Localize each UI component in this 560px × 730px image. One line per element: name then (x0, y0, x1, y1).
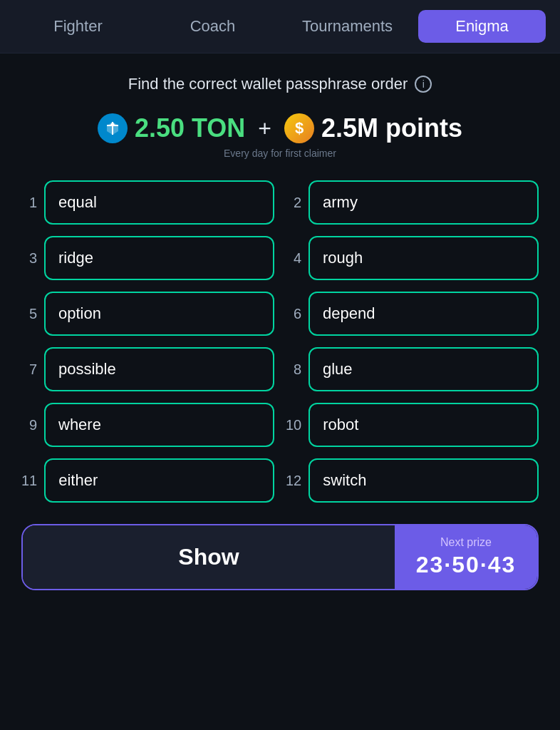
page-title: Find the correct wallet passphrase order (128, 75, 408, 93)
word-grid: 1equal2army3ridge4rough5option6depend7po… (21, 180, 539, 503)
word-number-12: 12 (286, 473, 301, 489)
next-prize-label: Next prize (440, 536, 492, 549)
top-navigation: FighterCoachTournamentsEnigma (0, 0, 560, 53)
prize-row: 2.50 TON + $ 2.5M points (21, 113, 539, 143)
word-box-5[interactable]: option (44, 292, 274, 336)
word-item-1: 1equal (21, 180, 274, 225)
word-number-3: 3 (21, 250, 37, 267)
word-number-11: 11 (21, 473, 37, 489)
word-number-4: 4 (286, 250, 301, 267)
word-box-6[interactable]: depend (308, 292, 539, 336)
word-box-11[interactable]: either (44, 458, 274, 503)
word-item-9: 9where (21, 403, 274, 447)
word-number-5: 5 (21, 306, 37, 322)
word-number-6: 6 (286, 306, 301, 322)
points-section: $ 2.5M points (284, 113, 462, 143)
ton-icon (98, 113, 128, 143)
nav-tab-fighter[interactable]: Fighter (14, 10, 142, 43)
points-amount: 2.5M points (321, 113, 462, 143)
word-item-11: 11either (21, 458, 274, 503)
word-number-9: 9 (21, 417, 37, 433)
plus-sign: + (258, 115, 271, 142)
word-item-7: 7possible (21, 347, 274, 391)
ton-amount: 2.50 TON (135, 113, 245, 143)
ton-section: 2.50 TON (98, 113, 245, 143)
next-prize-section: Next prize 23·50·43 (395, 525, 537, 589)
title-row: Find the correct wallet passphrase order… (21, 75, 539, 93)
bottom-bar: Show Next prize 23·50·43 (21, 524, 539, 590)
word-number-1: 1 (21, 195, 37, 211)
word-box-4[interactable]: rough (308, 236, 539, 280)
word-item-6: 6depend (286, 292, 539, 336)
word-box-7[interactable]: possible (44, 347, 274, 391)
word-item-12: 12switch (286, 458, 539, 503)
word-box-10[interactable]: robot (308, 403, 539, 447)
word-box-3[interactable]: ridge (44, 236, 274, 280)
nav-tab-enigma[interactable]: Enigma (418, 10, 546, 43)
main-content: Find the correct wallet passphrase order… (0, 53, 560, 619)
show-button[interactable]: Show (23, 525, 395, 589)
word-item-8: 8glue (286, 347, 539, 391)
word-item-10: 10robot (286, 403, 539, 447)
coin-icon: $ (284, 113, 314, 143)
prize-subtitle: Every day for first claimer (21, 148, 539, 159)
word-box-1[interactable]: equal (44, 180, 274, 225)
nav-tab-coach[interactable]: Coach (149, 10, 276, 43)
next-prize-timer: 23·50·43 (416, 552, 517, 578)
word-item-5: 5option (21, 292, 274, 336)
info-icon[interactable]: i (415, 76, 432, 93)
word-item-4: 4rough (286, 236, 539, 280)
word-item-3: 3ridge (21, 236, 274, 280)
word-number-8: 8 (286, 361, 301, 378)
word-box-9[interactable]: where (44, 403, 274, 447)
word-item-2: 2army (286, 180, 539, 225)
word-number-2: 2 (286, 195, 301, 211)
word-box-12[interactable]: switch (308, 458, 539, 503)
word-number-10: 10 (286, 417, 301, 433)
nav-tab-tournaments[interactable]: Tournaments (284, 10, 411, 43)
word-number-7: 7 (21, 361, 37, 378)
word-box-2[interactable]: army (308, 180, 539, 225)
word-box-8[interactable]: glue (308, 347, 539, 391)
